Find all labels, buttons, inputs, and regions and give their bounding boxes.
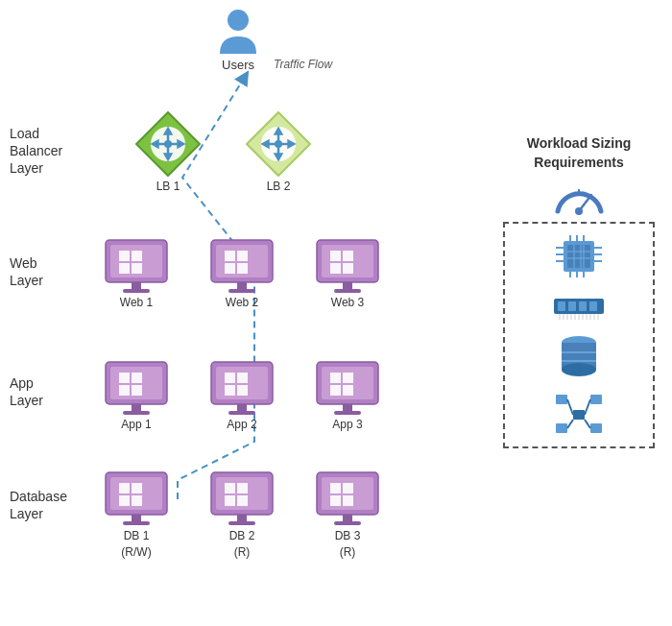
svg-rect-89 (343, 515, 352, 521)
svg-rect-47 (119, 385, 130, 396)
layer-label-web: WebLayer (10, 254, 82, 289)
svg-rect-86 (343, 483, 353, 494)
svg-line-142 (585, 399, 590, 415)
svg-rect-37 (330, 251, 341, 261)
svg-rect-57 (237, 404, 247, 411)
svg-rect-79 (225, 495, 235, 506)
web1-label: Web 1 (120, 296, 153, 309)
svg-rect-38 (343, 251, 353, 261)
svg-rect-56 (237, 385, 248, 396)
app1-label: App 1 (121, 418, 151, 431)
svg-rect-22 (132, 251, 142, 261)
svg-rect-139 (556, 423, 567, 433)
svg-rect-70 (132, 483, 142, 494)
svg-rect-58 (228, 411, 255, 415)
svg-rect-25 (132, 282, 141, 289)
db3-container: DB 3(R) (315, 470, 380, 561)
speedometer-icon (553, 180, 606, 216)
svg-rect-85 (330, 483, 341, 494)
svg-rect-78 (237, 483, 248, 494)
svg-line-141 (567, 399, 573, 415)
svg-rect-80 (237, 495, 248, 506)
svg-rect-82 (228, 521, 255, 525)
svg-rect-48 (132, 385, 142, 396)
svg-rect-97 (567, 245, 590, 268)
lb1-container: LB 1 (134, 110, 202, 193)
web3-container: Web 3 (315, 238, 380, 309)
svg-rect-46 (132, 373, 142, 383)
svg-rect-73 (132, 515, 141, 521)
svg-rect-138 (590, 395, 602, 404)
diagram-container: Users Traffic Flow LoadBalancerLayer L (0, 0, 672, 626)
db1-container: DB 1(R/W) (104, 470, 169, 561)
svg-point-133 (562, 363, 596, 376)
svg-rect-72 (132, 495, 142, 506)
ram-icon (552, 291, 606, 320)
svg-point-0 (228, 10, 249, 31)
lb2-container: LB 2 (245, 110, 312, 193)
db3-label: DB 3(R) (335, 528, 361, 561)
svg-rect-45 (119, 373, 130, 383)
svg-rect-30 (237, 251, 248, 261)
web3-label: Web 3 (331, 296, 364, 309)
svg-rect-24 (132, 263, 142, 274)
storage-icon (558, 333, 600, 379)
svg-rect-62 (343, 373, 353, 383)
svg-rect-119 (589, 301, 597, 311)
svg-rect-41 (343, 282, 352, 289)
web2-label: Web 2 (226, 296, 258, 309)
svg-rect-23 (119, 263, 130, 274)
svg-rect-65 (343, 404, 352, 411)
svg-rect-64 (343, 385, 353, 396)
lb1-icon (134, 110, 202, 178)
svg-rect-87 (330, 495, 341, 506)
layer-label-app: AppLayer (10, 374, 82, 409)
web3-icon (315, 238, 380, 294)
svg-rect-39 (330, 263, 341, 274)
svg-rect-32 (237, 263, 248, 274)
svg-rect-50 (123, 411, 150, 415)
app2-icon (209, 360, 275, 416)
svg-rect-81 (237, 515, 247, 521)
svg-rect-88 (343, 495, 353, 506)
svg-rect-40 (343, 263, 353, 274)
app3-container: App 3 (315, 360, 380, 431)
svg-rect-21 (119, 251, 130, 261)
svg-rect-61 (330, 373, 341, 383)
workload-title: Workload Sizing Requirements (503, 134, 655, 172)
app1-container: App 1 (104, 360, 169, 431)
svg-rect-42 (334, 289, 361, 293)
svg-rect-117 (568, 301, 576, 311)
svg-rect-63 (330, 385, 341, 396)
svg-rect-33 (237, 282, 247, 289)
svg-rect-54 (237, 373, 248, 383)
svg-rect-66 (334, 411, 361, 415)
svg-rect-69 (119, 483, 130, 494)
svg-rect-55 (225, 385, 235, 396)
db2-container: DB 2(R) (209, 470, 275, 561)
svg-rect-53 (225, 373, 235, 383)
db2-label: DB 2(R) (229, 528, 255, 561)
lb2-label: LB 2 (267, 180, 291, 193)
db1-icon (104, 470, 169, 526)
app2-container: App 2 (209, 360, 275, 431)
lb1-label: LB 1 (156, 180, 180, 193)
svg-rect-136 (573, 410, 585, 420)
svg-rect-137 (556, 395, 567, 404)
db1-label: DB 1(R/W) (121, 528, 151, 561)
web1-icon (104, 238, 169, 294)
svg-rect-74 (123, 521, 150, 525)
svg-rect-118 (579, 301, 587, 311)
user-label: Users (222, 58, 254, 72)
app3-label: App 3 (332, 418, 362, 431)
layer-label-lb: LoadBalancerLayer (10, 125, 82, 178)
svg-point-9 (164, 140, 172, 148)
svg-rect-90 (334, 521, 361, 525)
app2-label: App 2 (227, 418, 256, 431)
app1-icon (104, 360, 169, 416)
svg-rect-34 (228, 289, 255, 293)
svg-line-143 (567, 420, 573, 428)
web1-container: Web 1 (104, 238, 169, 309)
svg-rect-140 (590, 423, 602, 433)
user-figure: Users (216, 8, 260, 72)
